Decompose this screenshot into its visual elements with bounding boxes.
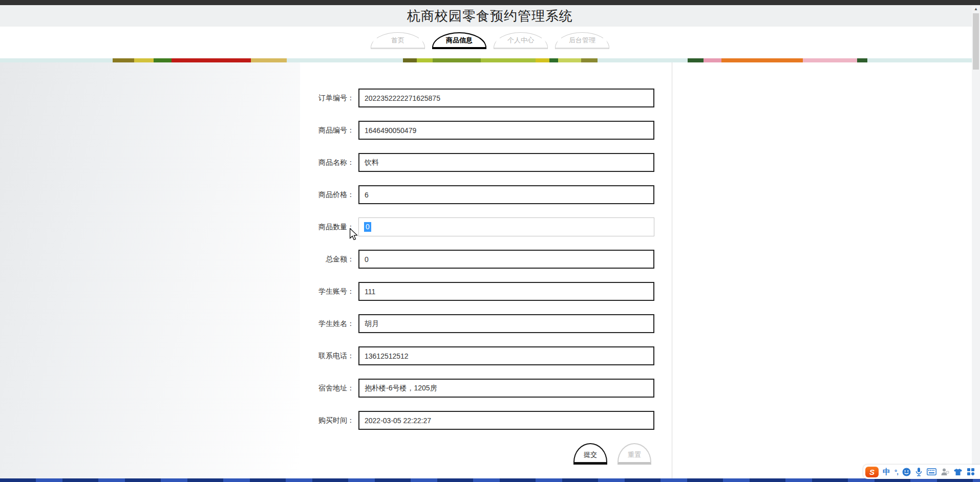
sogou-logo-icon[interactable]: S [865,467,879,477]
dorm-address-label: 宿舍地址： [300,384,354,393]
field-row-order-number: 订单编号： [300,89,672,107]
product-price-label: 商品价格： [300,190,354,200]
nav-band: 首页商品信息个人中心后台管理 [0,27,980,58]
punctuation-icon[interactable]: °, [894,468,898,476]
account-person-icon[interactable] [941,468,949,476]
skin-icon[interactable] [953,468,963,476]
total-amount-label: 总金额： [300,255,354,264]
student-name-label: 学生姓名： [300,319,354,328]
field-row-dorm-address: 宿舍地址： [300,379,672,398]
tab-product-info[interactable]: 商品信息 [432,32,486,49]
product-quantity-label: 商品数量： [300,223,354,232]
ime-toolbar: S 中 °, [863,465,980,479]
field-row-student-account: 学生账号： [300,282,672,301]
order-number-input[interactable] [358,89,654,107]
contact-phone-label: 联系电话： [300,352,354,361]
product-name-input[interactable] [358,153,654,172]
food-banner-strip [0,58,980,62]
chinese-mode-icon[interactable]: 中 [883,467,890,477]
field-row-product-number: 商品编号： [300,121,672,140]
form-actions: 提交 重置 [300,443,672,465]
toolbox-icon[interactable] [967,468,975,476]
student-account-label: 学生账号： [300,287,354,296]
nav-tabs: 首页商品信息个人中心后台管理 [367,32,613,49]
voice-input-icon[interactable] [915,467,923,476]
product-price-input[interactable] [358,185,654,204]
field-row-student-name: 学生姓名： [300,314,672,333]
dorm-address-input[interactable] [358,379,654,398]
tab-personal-center[interactable]: 个人中心 [494,32,548,49]
scrollbar[interactable]: ▲ ▼ [972,5,980,478]
product-number-label: 商品编号： [300,126,354,135]
reset-button[interactable]: 重置 [617,443,651,465]
background-gradient [0,62,300,478]
student-account-input[interactable] [358,282,654,301]
scroll-up-arrow[interactable]: ▲ [972,5,980,12]
field-row-contact-phone: 联系电话： [300,346,672,365]
emoji-icon[interactable] [902,468,911,476]
field-row-total-amount: 总金额： [300,250,672,269]
scroll-thumb[interactable] [973,13,979,70]
page-title: 杭商校园零食预约管理系统 [407,7,573,25]
form-panel: 订单编号：商品编号：商品名称：商品价格：商品数量：0总金额：学生账号：学生姓名：… [300,62,672,478]
product-name-label: 商品名称： [300,158,354,167]
panel-right-divider [672,62,672,478]
tab-backend-admin[interactable]: 后台管理 [555,32,609,49]
taskbar-strip [0,478,980,482]
order-number-label: 订单编号： [300,94,354,103]
field-row-product-price: 商品价格： [300,185,672,204]
purchase-time-input[interactable] [358,411,654,430]
field-row-purchase-time: 购买时间： [300,411,672,430]
order-form: 订单编号：商品编号：商品名称：商品价格：商品数量：0总金额：学生账号：学生姓名：… [300,62,672,430]
submit-button[interactable]: 提交 [573,443,607,465]
main-content: 订单编号：商品编号：商品名称：商品价格：商品数量：0总金额：学生账号：学生姓名：… [0,62,980,478]
purchase-time-label: 购买时间： [300,416,354,425]
student-name-input[interactable] [358,314,654,333]
site-header: 杭商校园零食预约管理系统 [0,5,980,27]
field-row-product-name: 商品名称： [300,153,672,172]
product-number-input[interactable] [358,121,654,140]
soft-keyboard-icon[interactable] [927,468,936,475]
tab-home[interactable]: 首页 [371,32,425,49]
contact-phone-input[interactable] [358,346,654,365]
browser-top-strip [0,0,980,5]
mouse-cursor-icon [349,228,358,243]
total-amount-input[interactable] [358,250,654,269]
selected-text: 0 [364,222,371,232]
product-quantity-input[interactable]: 0 [358,217,654,236]
screen: 杭商校园零食预约管理系统 首页商品信息个人中心后台管理 订单编号：商品编号：商品… [0,0,980,482]
